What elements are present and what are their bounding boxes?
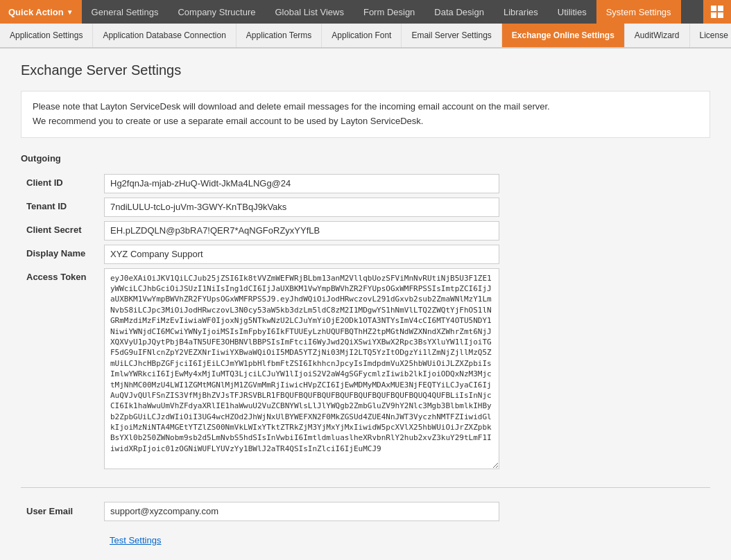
- quick-action-chevron-icon: ▼: [67, 8, 74, 16]
- notice-line1: Please note that Layton ServiceDesk will…: [33, 100, 698, 114]
- top-navigation: Quick Action ▼ General Settings Company …: [0, 0, 731, 24]
- nav-libraries[interactable]: Libraries: [494, 0, 548, 24]
- display-name-cell: [104, 243, 710, 266]
- nav-general-settings[interactable]: General Settings: [82, 0, 169, 24]
- nav-company-structure[interactable]: Company Structure: [168, 0, 265, 24]
- tab-application-settings[interactable]: Application Settings: [0, 24, 93, 47]
- user-email-input[interactable]: [104, 502, 499, 521]
- notice-line2: We recommend you to create or use a sepa…: [33, 114, 698, 129]
- tab-application-font[interactable]: Application Font: [322, 24, 402, 47]
- user-email-row: User Email: [21, 502, 710, 521]
- outgoing-form: Client ID Tenant ID Client Secret Displa…: [21, 172, 710, 473]
- svg-rect-0: [711, 6, 716, 11]
- tenant-id-input[interactable]: [104, 198, 499, 217]
- nav-data-design[interactable]: Data Design: [424, 0, 494, 24]
- test-settings-link[interactable]: Test Settings: [110, 535, 710, 545]
- tab-exchange-online-settings[interactable]: Exchange Online Settings: [502, 24, 625, 47]
- client-id-input[interactable]: [104, 174, 499, 193]
- display-name-label: Display Name: [21, 243, 104, 266]
- outgoing-section-title: Outgoing: [21, 153, 710, 164]
- content-area: Exchange Server Settings Please note tha…: [0, 49, 731, 560]
- nav-form-design[interactable]: Form Design: [354, 0, 424, 24]
- grid-icon[interactable]: [703, 0, 731, 24]
- client-secret-cell: [104, 219, 710, 243]
- section-divider: [21, 487, 710, 488]
- quick-action-label: Quick Action: [8, 7, 64, 17]
- client-secret-label: Client Secret: [21, 219, 104, 243]
- access-token-label: Access Token: [21, 266, 104, 473]
- svg-rect-2: [711, 12, 716, 18]
- page-title: Exchange Server Settings: [21, 62, 710, 78]
- display-name-input[interactable]: [104, 245, 499, 264]
- notice-box: Please note that Layton ServiceDesk will…: [21, 91, 710, 138]
- tab-auditwizard[interactable]: AuditWizard: [625, 24, 690, 47]
- tab-application-database-connection[interactable]: Application Database Connection: [93, 24, 236, 47]
- nav-utilities[interactable]: Utilities: [548, 0, 596, 24]
- display-name-row: Display Name: [21, 243, 710, 266]
- tab-license-information[interactable]: License Information: [690, 24, 731, 47]
- tenant-id-cell: [104, 195, 710, 219]
- quick-action-button[interactable]: Quick Action ▼: [0, 0, 82, 24]
- svg-rect-1: [718, 6, 723, 11]
- client-secret-row: Client Secret: [21, 219, 710, 243]
- svg-rect-3: [718, 12, 723, 18]
- tab-application-terms[interactable]: Application Terms: [237, 24, 322, 47]
- tab-bar: Application Settings Application Databas…: [0, 24, 731, 49]
- client-id-cell: [104, 172, 710, 195]
- client-id-label: Client ID: [21, 172, 104, 195]
- access-token-textarea[interactable]: [104, 268, 499, 469]
- tenant-id-row: Tenant ID: [21, 195, 710, 219]
- tenant-id-label: Tenant ID: [21, 195, 104, 219]
- user-email-label: User Email: [21, 506, 104, 516]
- client-id-row: Client ID: [21, 172, 710, 195]
- nav-global-list-views[interactable]: Global List Views: [265, 0, 353, 24]
- tab-email-server-settings[interactable]: Email Server Settings: [402, 24, 501, 47]
- access-token-cell: [104, 266, 710, 473]
- client-secret-input[interactable]: [104, 221, 499, 240]
- nav-system-settings[interactable]: System Settings: [596, 0, 681, 24]
- access-token-row: Access Token: [21, 266, 710, 473]
